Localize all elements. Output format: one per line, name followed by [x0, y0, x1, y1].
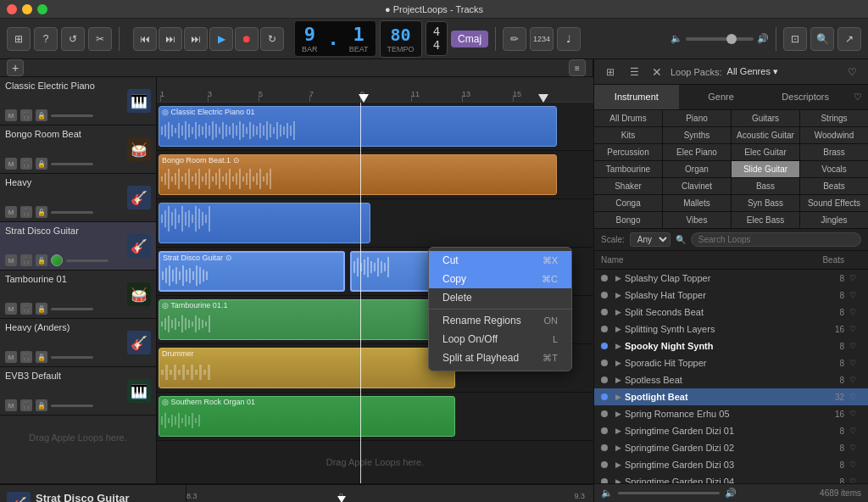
ctx-rename[interactable]: Rename Regions ON — [429, 309, 571, 330]
clip-heavy-1[interactable] — [159, 203, 370, 243]
ctx-loop[interactable]: Loop On/Off L — [429, 330, 571, 349]
instr-shaker[interactable]: Shaker — [594, 178, 662, 194]
loop-play-10[interactable]: ▶ — [611, 424, 625, 438]
metronome-btn[interactable]: ♩ — [557, 27, 581, 51]
loop-item-splitting-synth[interactable]: ▶ Splitting Synth Layers 16 ♡ — [594, 321, 868, 337]
instr-sound-effects[interactable]: Sound Effects — [800, 195, 868, 211]
vol-slider-6[interactable] — [51, 356, 93, 359]
add-track-button[interactable]: + — [7, 59, 24, 76]
loop-play-1[interactable]: ▶ — [611, 271, 625, 285]
maximize-button[interactable] — [37, 4, 47, 14]
tab-instrument[interactable]: Instrument — [594, 85, 679, 109]
instr-elec-bass[interactable]: Elec Bass — [732, 212, 799, 228]
clip-bongo[interactable]: Bongo Room Beat.1 ⊙ — [159, 154, 557, 195]
record-button[interactable]: ⏺ — [235, 27, 259, 51]
loop-vol-slider[interactable] — [618, 492, 720, 494]
cycle-button[interactable]: ↻ — [260, 27, 284, 51]
vol-high-icon[interactable]: 🔊 — [725, 488, 737, 499]
clip-tambourine[interactable]: ◎ Tambourine 01.1 — [159, 299, 455, 340]
loop-fav-9[interactable]: ♡ — [844, 410, 861, 418]
headphone-btn-2[interactable]: 🎧 — [20, 158, 32, 170]
instr-conga[interactable]: Conga — [594, 195, 662, 211]
loop-item-springtime-dizi-04[interactable]: ▶ Springtime Garden Dizi 04 8 ♡ — [594, 473, 868, 483]
skip-back-button[interactable]: ⏭ — [184, 27, 208, 51]
clip-southern-rock[interactable]: ◎ Southern Rock Organ 01 — [159, 396, 455, 437]
ctx-split[interactable]: Split at Playhead ⌘T — [429, 349, 571, 367]
loop-play-13[interactable]: ▶ — [611, 475, 625, 483]
headphone-btn-7[interactable]: 🎧 — [20, 399, 32, 411]
loop-item-spooky-night[interactable]: ▶ Spooky Night Synth 8 ♡ — [594, 337, 868, 354]
loop-fav-2[interactable]: ♡ — [844, 291, 861, 299]
loop-pack-select[interactable]: All Genres ▾ — [727, 66, 778, 77]
vol-slider-5[interactable] — [51, 308, 93, 310]
lock-btn-1[interactable]: 🔒 — [36, 109, 47, 121]
loop-fav-7[interactable]: ♡ — [844, 376, 861, 384]
forward-button[interactable]: ⏭ — [159, 27, 182, 51]
fav-btn[interactable]: ♡ — [848, 85, 868, 109]
vol-slider-1[interactable] — [51, 114, 93, 117]
toolbar-icon-btn-1[interactable]: ⊞ — [7, 27, 31, 51]
share-btn[interactable]: ↗ — [837, 27, 861, 51]
loop-play-4[interactable]: ▶ — [611, 322, 625, 336]
loop-play-11[interactable]: ▶ — [611, 441, 625, 455]
loop-fav-8[interactable]: ♡ — [844, 393, 861, 401]
instr-elec-piano[interactable]: Elec Piano — [663, 144, 731, 160]
loop-item-spring-romance[interactable]: ▶ Spring Romance Erhu 05 16 ♡ — [594, 405, 868, 422]
search-btn[interactable]: 🔍 — [810, 27, 834, 51]
key-display[interactable]: Cmaj — [451, 31, 488, 47]
count-in-btn[interactable]: 1234 — [530, 27, 554, 51]
tab-descriptors[interactable]: Descriptors — [763, 85, 848, 109]
loop-play-7[interactable]: ▶ — [611, 373, 625, 387]
close-button[interactable] — [7, 4, 17, 14]
scale-dropdown[interactable]: Any — [630, 232, 670, 247]
ctx-delete[interactable]: Delete — [429, 288, 571, 307]
instr-beats[interactable]: Beats — [800, 178, 868, 194]
loop-play-6[interactable]: ▶ — [611, 356, 625, 370]
instr-guitars[interactable]: Guitars — [732, 110, 799, 126]
instr-piano[interactable]: Piano — [663, 110, 731, 126]
loop-browser-icon-btn-2[interactable]: ☰ — [625, 63, 643, 81]
clip-classic-piano[interactable]: ◎ Classic Electric Piano 01 — [159, 106, 557, 147]
vol-slider-3[interactable] — [51, 211, 93, 214]
loop-list[interactable]: ▶ Splashy Clap Topper 8 ♡ ▶ Splashy Hat … — [594, 270, 868, 483]
lock-btn-5[interactable]: 🔒 — [36, 303, 47, 315]
mute-btn-2[interactable]: M — [5, 158, 17, 170]
loop-item-spotlight[interactable]: ▶ Spotlight Beat 32 ♡ — [594, 388, 868, 405]
loop-browser-x-btn[interactable]: ✕ — [648, 65, 665, 79]
rewind-button[interactable]: ⏮ — [133, 27, 157, 51]
clip-strat-1[interactable]: Strat Disco Guitar ⊙ — [159, 251, 345, 292]
lock-btn-4[interactable]: 🔒 — [36, 254, 47, 266]
headphone-btn-3[interactable]: 🎧 — [20, 206, 32, 218]
view-btn-1[interactable]: ⊡ — [783, 27, 807, 51]
instr-clavinet[interactable]: Clavinet — [663, 178, 731, 194]
instr-vocals[interactable]: Vocals — [800, 161, 868, 177]
headphone-btn-5[interactable]: 🎧 — [20, 303, 32, 315]
instr-acoustic-guitar[interactable]: Acoustic Guitar — [732, 127, 799, 143]
instr-elec-guitar[interactable]: Elec Guitar — [732, 144, 799, 160]
loop-fav-4[interactable]: ♡ — [844, 325, 861, 333]
lock-btn-7[interactable]: 🔒 — [36, 399, 47, 411]
instr-bongo[interactable]: Bongo — [594, 212, 662, 228]
loop-item-sporadic[interactable]: ▶ Sporadic Hit Topper 8 ♡ — [594, 354, 868, 371]
instr-synths[interactable]: Synths — [663, 127, 731, 143]
pan-knob-4[interactable] — [51, 254, 63, 266]
mute-btn-6[interactable]: M — [5, 351, 17, 363]
loop-item-springtime-dizi-02[interactable]: ▶ Springtime Garden Dizi 02 8 ♡ — [594, 439, 868, 456]
fav-header-btn[interactable]: ♡ — [843, 63, 861, 81]
loop-play-3[interactable]: ▶ — [611, 305, 625, 319]
loop-fav-10[interactable]: ♡ — [844, 427, 861, 435]
timeline-area[interactable]: 1 3 5 7 9 11 13 15 — [157, 77, 593, 483]
mute-btn-5[interactable]: M — [5, 303, 17, 315]
loop-fav-12[interactable]: ♡ — [844, 460, 861, 469]
loop-play-12[interactable]: ▶ — [611, 458, 625, 471]
minimize-button[interactable] — [22, 4, 32, 14]
vol-low-icon[interactable]: 🔈 — [601, 488, 613, 499]
instr-brass[interactable]: Brass — [800, 144, 868, 160]
headphone-btn-4[interactable]: 🎧 — [20, 254, 32, 266]
instr-vibes[interactable]: Vibes — [663, 212, 731, 228]
ctx-cut[interactable]: Cut ⌘X — [429, 251, 571, 270]
vol-slider-4[interactable] — [66, 259, 108, 262]
vol-slider-2[interactable] — [51, 163, 93, 165]
instr-slide-guitar[interactable]: Slide Guitar — [732, 161, 799, 177]
instr-organ[interactable]: Organ — [663, 161, 731, 177]
